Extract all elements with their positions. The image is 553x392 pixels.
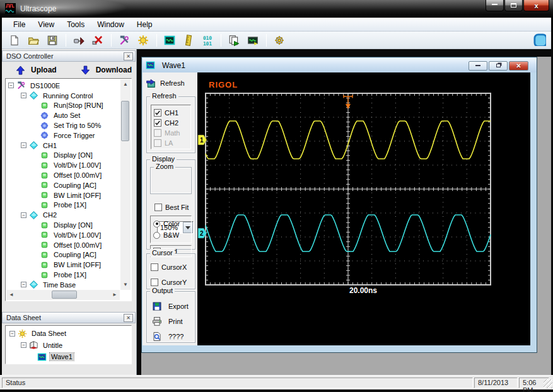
data-sheet-close-icon[interactable]: ✕ <box>124 314 133 322</box>
tree-item-ch2[interactable]: −CH2 <box>7 210 120 220</box>
cursorx-checkbox[interactable]: CursorX <box>148 260 194 275</box>
tree-toggle-icon[interactable]: − <box>21 342 26 348</box>
tree-item-set-trig-to-50[interactable]: Set Trig to 50% <box>7 120 120 130</box>
minimize-button[interactable] <box>486 0 504 11</box>
checkbox-icon[interactable] <box>154 109 161 117</box>
menu-file[interactable]: File <box>7 18 32 31</box>
tree-item-running-control[interactable]: −Running Control <box>7 91 120 101</box>
dso-tree-hscrollbar[interactable]: ◄ ► <box>6 290 120 300</box>
tree-item-offset-0-00mv[interactable]: Offset [0.00mV] <box>7 240 120 250</box>
tree-item-probe-1x[interactable]: Probe [1X] <box>7 200 120 210</box>
wave1-titlebar[interactable]: Wave1 ✕ <box>143 58 537 72</box>
ch2-checkbox[interactable]: CH2 <box>151 118 190 128</box>
dso-panel-close-icon[interactable]: ✕ <box>124 52 133 61</box>
svg-text:1: 1 <box>200 137 204 144</box>
print-button[interactable]: Print <box>152 314 194 328</box>
math-checkbox[interactable]: Math <box>151 128 190 138</box>
tree-item-bw-limit-off[interactable]: BW Limit [OFF] <box>7 260 120 270</box>
new-file-icon[interactable] <box>7 33 22 48</box>
tree-item-auto-set[interactable]: Auto Set <box>7 110 120 120</box>
wave1-close-button[interactable]: ✕ <box>509 61 528 71</box>
checkbox-icon[interactable] <box>151 279 158 286</box>
tree-item-time-base[interactable]: −Time Base <box>7 280 120 290</box>
ch1-checkbox[interactable]: CH1 <box>151 108 190 118</box>
tree-item-wave1[interactable]: Wave1 <box>7 351 130 363</box>
radio-icon[interactable] <box>153 221 160 228</box>
tree-toggle-icon[interactable]: − <box>21 142 26 148</box>
system-config-icon[interactable] <box>272 33 287 48</box>
waveform-capture-icon[interactable] <box>245 33 260 48</box>
tree-item-display-on[interactable]: Display [ON] <box>7 151 120 161</box>
tools-icon[interactable] <box>117 33 132 48</box>
green-led-icon <box>40 150 50 160</box>
tree-item-run-stop-run[interactable]: Run|Stop [RUN] <box>7 101 120 111</box>
checkbox-icon[interactable] <box>151 263 158 271</box>
checkbox-icon[interactable] <box>154 139 161 147</box>
upload-button[interactable]: Upload <box>16 65 57 75</box>
green-led-icon <box>40 160 50 170</box>
wave-screen-icon <box>37 352 47 362</box>
tree-item-volt-div-1-00v[interactable]: Volt/Div [1.00V] <box>7 160 120 170</box>
toolbar: 010101 <box>2 32 551 49</box>
binary-icon[interactable]: 010101 <box>200 33 215 48</box>
scroll-down-icon[interactable]: ▼ <box>120 280 131 290</box>
tree-item-force-trigger[interactable]: Force Trigger <box>7 130 120 141</box>
tree-item-coupling-ac[interactable]: Coupling [AC] <box>7 180 120 190</box>
maximize-button[interactable] <box>504 0 523 11</box>
tree-toggle-icon[interactable]: − <box>21 212 26 218</box>
menu-tools[interactable]: Tools <box>61 18 91 31</box>
wave1-restore-button[interactable] <box>489 61 508 71</box>
panel-blue-icon[interactable] <box>533 33 546 47</box>
color-radio[interactable]: Color <box>151 218 191 229</box>
preview-button[interactable]: ???? <box>152 330 194 343</box>
settings-icon[interactable] <box>136 33 151 48</box>
scroll-left-icon[interactable]: ◄ <box>6 290 16 300</box>
menu-view[interactable]: View <box>32 18 61 31</box>
tree-item-coupling-ac[interactable]: Coupling [AC] <box>7 250 120 260</box>
b-w-radio[interactable]: B&W <box>151 229 191 241</box>
resize-grip[interactable] <box>544 379 552 388</box>
cursor-group: Cursor CursorXCursorY <box>146 253 195 289</box>
disconnect-icon[interactable] <box>90 33 105 48</box>
checkbox-icon[interactable] <box>154 129 161 137</box>
printer-icon <box>152 316 162 326</box>
wave1-minimize-button[interactable] <box>469 61 487 71</box>
best-fit-checkbox[interactable]: Best Fit <box>152 202 195 212</box>
checkbox-icon[interactable] <box>154 204 162 211</box>
close-button[interactable]: x <box>523 0 549 11</box>
tree-item-ch1[interactable]: −CH1 <box>7 141 120 151</box>
export-button[interactable]: Export <box>152 299 194 313</box>
la-checkbox[interactable]: LA <box>151 138 190 148</box>
tree-toggle-icon[interactable]: − <box>9 331 15 337</box>
tree-item-ds1000e[interactable]: −DS1000E <box>7 81 120 91</box>
radio-icon[interactable] <box>153 232 160 239</box>
download-button[interactable]: Download <box>81 65 132 75</box>
save-icon[interactable] <box>45 33 60 48</box>
wave1-title: Wave1 <box>162 61 185 70</box>
tree-toggle-icon[interactable]: − <box>21 282 26 287</box>
open-folder-icon[interactable] <box>26 33 41 48</box>
checkbox-icon[interactable] <box>154 119 161 127</box>
tree-item-volt-div-1-00v[interactable]: Volt/Div [1.00V] <box>7 230 120 240</box>
tree-item-bw-limit-off[interactable]: BW Limit [OFF] <box>7 190 120 200</box>
export-disk-icon <box>152 301 162 311</box>
dso-controller-title: DSO Controller <box>6 52 54 60</box>
scroll-right-icon[interactable]: ► <box>110 290 120 300</box>
svg-text:2: 2 <box>200 230 204 237</box>
menu-window[interactable]: Window <box>91 18 131 31</box>
oscilloscope-icon[interactable] <box>162 33 177 48</box>
menu-help[interactable]: Help <box>131 18 159 31</box>
tree-item-display-on[interactable]: Display [ON] <box>7 220 120 230</box>
tree-toggle-icon[interactable]: − <box>8 83 14 88</box>
tree-item-offset-0-00mv[interactable]: Offset [0.00mV] <box>7 170 120 180</box>
tree-item-data-sheet[interactable]: −Data Sheet <box>7 328 130 340</box>
dso-tree-vscrollbar[interactable]: ▲ ▼ <box>120 79 131 290</box>
scroll-up-icon[interactable]: ▲ <box>120 79 131 89</box>
measure-icon[interactable] <box>181 33 196 48</box>
connect-icon[interactable] <box>71 33 86 48</box>
tree-item-untitle[interactable]: −Untitle <box>7 340 130 352</box>
tree-toggle-icon[interactable]: − <box>21 93 26 98</box>
refresh-button[interactable]: Refresh <box>146 75 195 91</box>
copy-icon[interactable] <box>226 33 242 48</box>
tree-item-probe-1x[interactable]: Probe [1X] <box>7 270 120 280</box>
